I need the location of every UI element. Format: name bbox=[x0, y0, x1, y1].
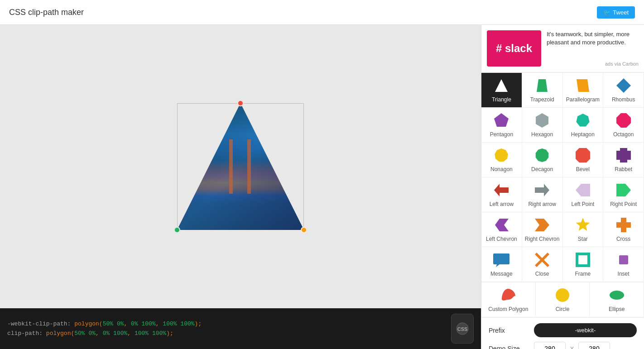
standard-prefix: clip-path: bbox=[7, 330, 46, 337]
shape-label-hexagon: Hexagon bbox=[531, 131, 553, 138]
shape-btn-nonagon[interactable]: Nonagon bbox=[481, 143, 522, 177]
shape-icon-nonagon bbox=[493, 147, 509, 163]
svg-marker-5 bbox=[616, 78, 631, 93]
copy-button[interactable]: CSS bbox=[451, 314, 474, 344]
shape-label-triangle: Triangle bbox=[492, 96, 511, 103]
svg-marker-13 bbox=[616, 148, 631, 163]
prefix-button[interactable]: -webkit- bbox=[534, 323, 637, 337]
shape-icon-right-point bbox=[615, 182, 632, 198]
shape-label-circle: Circle bbox=[556, 306, 570, 312]
ad-attribution: ads via Carbon bbox=[547, 61, 639, 67]
shape-label-star: Star bbox=[578, 236, 588, 242]
prefix-row: Prefix -webkit- bbox=[489, 323, 637, 337]
demo-size-label: Demo Size bbox=[489, 345, 529, 349]
ad-text: It's teamwork, but simpler, more pleasan… bbox=[547, 30, 639, 67]
svg-marker-11 bbox=[536, 148, 549, 162]
shape-btn-close[interactable]: Close bbox=[522, 247, 563, 282]
shape-btn-rhombus[interactable]: Rhombus bbox=[603, 73, 644, 108]
shape-btn-decagon[interactable]: Decagon bbox=[522, 143, 563, 177]
shape-btn-parallelogram[interactable]: Parallelogram bbox=[563, 73, 604, 108]
control-point-bottom-right[interactable] bbox=[301, 227, 307, 233]
svg-marker-2 bbox=[495, 79, 508, 92]
shape-label-ellipse: Ellipse bbox=[609, 306, 625, 312]
shape-icon-left-point bbox=[575, 182, 591, 198]
shape-icon-parallelogram bbox=[575, 77, 591, 94]
svg-marker-20 bbox=[576, 218, 590, 231]
shape-icon-rhombus bbox=[615, 77, 632, 94]
shape-icon-trapezoid bbox=[534, 77, 550, 94]
svg-marker-4 bbox=[577, 79, 589, 92]
shape-btn-octagon[interactable]: Octagon bbox=[603, 108, 644, 143]
svg-marker-6 bbox=[494, 113, 509, 127]
demo-size-width[interactable] bbox=[534, 342, 566, 349]
shape-label-close: Close bbox=[535, 271, 549, 277]
svg-marker-3 bbox=[537, 79, 548, 92]
page-title: CSS clip-path maker bbox=[9, 8, 84, 17]
shape-btn-circle[interactable]: Circle bbox=[536, 282, 590, 317]
code-area: -webkit-clip-path: polygon(50% 0%, 0% 10… bbox=[0, 308, 481, 349]
main-layout: -webkit-clip-path: polygon(50% 0%, 0% 10… bbox=[0, 25, 644, 349]
ad-area: # slack It's teamwork, but simpler, more… bbox=[481, 25, 644, 72]
standard-val1: 50% bbox=[74, 330, 85, 337]
svg-marker-7 bbox=[536, 113, 548, 128]
size-separator: x bbox=[570, 344, 574, 349]
shape-label-right-arrow: Right arrow bbox=[528, 201, 556, 207]
shape-btn-bevel[interactable]: Bevel bbox=[563, 143, 604, 177]
shape-btn-triangle[interactable]: Triangle bbox=[481, 73, 522, 108]
shape-btn-hexagon[interactable]: Hexagon bbox=[522, 108, 563, 143]
shape-label-rhombus: Rhombus bbox=[612, 96, 635, 103]
shape-icon-right-arrow bbox=[534, 182, 550, 198]
controls-bottom: Prefix -webkit- Demo Size x bbox=[481, 317, 644, 349]
shape-btn-trapezoid[interactable]: Trapezoid bbox=[522, 73, 563, 108]
shape-btn-right-point[interactable]: Right Point bbox=[603, 177, 644, 212]
demo-image bbox=[177, 103, 304, 230]
shape-btn-inset[interactable]: Inset bbox=[603, 247, 644, 282]
header: CSS clip-path maker 🐦 Tweet bbox=[0, 0, 644, 25]
shape-btn-ellipse[interactable]: Ellipse bbox=[590, 282, 644, 317]
shape-icon-frame bbox=[575, 252, 591, 268]
shape-btn-cross[interactable]: Cross bbox=[603, 212, 644, 247]
shape-btn-right-arrow[interactable]: Right arrow bbox=[522, 177, 563, 212]
standard-fn: polygon( bbox=[46, 330, 74, 337]
shape-icon-right-chevron bbox=[534, 217, 550, 233]
control-point-top[interactable] bbox=[237, 100, 244, 106]
svg-marker-12 bbox=[576, 148, 590, 163]
shape-icon-left-arrow bbox=[493, 182, 509, 198]
shape-icon-close bbox=[534, 252, 550, 268]
shape-icon-octagon bbox=[615, 112, 632, 129]
shape-btn-left-chevron[interactable]: Left Chevron bbox=[481, 212, 522, 247]
shape-label-left-chevron: Left Chevron bbox=[486, 236, 517, 242]
shape-label-decagon: Decagon bbox=[531, 166, 553, 172]
shape-btn-custom-polygon[interactable]: Custom Polygon bbox=[481, 282, 536, 317]
tweet-button[interactable]: 🐦 Tweet bbox=[597, 6, 635, 19]
demo-container bbox=[177, 103, 304, 230]
svg-marker-10 bbox=[495, 148, 509, 162]
svg-marker-19 bbox=[535, 219, 549, 231]
svg-point-24 bbox=[556, 288, 569, 302]
demo-size-height[interactable] bbox=[578, 342, 610, 349]
shape-label-inset: Inset bbox=[618, 271, 630, 277]
shape-icon-star bbox=[575, 217, 591, 233]
shape-btn-frame[interactable]: Frame bbox=[563, 247, 604, 282]
svg-marker-16 bbox=[576, 184, 590, 196]
shape-btn-message[interactable]: Message bbox=[481, 247, 522, 282]
shape-icon-heptagon bbox=[575, 112, 591, 129]
shape-btn-star[interactable]: Star bbox=[563, 212, 604, 247]
shape-btn-right-chevron[interactable]: Right Chevron bbox=[522, 212, 563, 247]
shape-btn-pentagon[interactable]: Pentagon bbox=[481, 108, 522, 143]
shape-btn-left-point[interactable]: Left Point bbox=[563, 177, 604, 212]
shape-btn-heptagon[interactable]: Heptagon bbox=[563, 108, 604, 143]
shape-icon-hexagon bbox=[534, 112, 550, 129]
shape-btn-rabbet[interactable]: Rabbet bbox=[603, 143, 644, 177]
prefix-label: Prefix bbox=[489, 327, 529, 334]
ad-logo: # slack bbox=[487, 30, 541, 67]
svg-marker-14 bbox=[494, 184, 509, 196]
shape-icon-rabbet bbox=[615, 147, 632, 163]
canvas-area[interactable] bbox=[0, 25, 481, 308]
shape-icon-decagon bbox=[534, 147, 550, 163]
webkit-fn: polygon( bbox=[74, 320, 102, 327]
shape-label-cross: Cross bbox=[616, 236, 630, 242]
control-point-bottom-left[interactable] bbox=[174, 227, 180, 233]
shape-btn-left-arrow[interactable]: Left arrow bbox=[481, 177, 522, 212]
shape-label-left-point: Left Point bbox=[572, 201, 595, 207]
